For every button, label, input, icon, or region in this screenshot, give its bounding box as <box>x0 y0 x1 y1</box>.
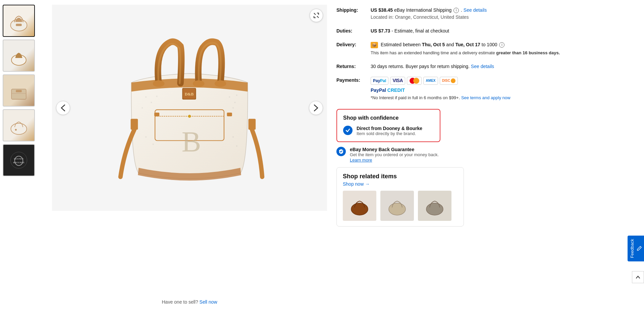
svg-point-29 <box>156 96 157 97</box>
shop-related-title: Shop related items <box>343 173 458 180</box>
svg-point-7 <box>11 123 26 134</box>
delivery-value: 📦 Estimated between Thu, Oct 5 and Tue, … <box>371 41 636 56</box>
related-item-1[interactable] <box>343 191 376 221</box>
feedback-label: Feedback <box>630 239 635 258</box>
svg-text:D&B: D&B <box>185 92 194 97</box>
confidence-item-title: Direct from Dooney & Bourke <box>357 126 422 131</box>
duties-description: - Estimate, final at checkout <box>391 28 449 34</box>
svg-point-34 <box>232 107 234 108</box>
svg-point-19 <box>215 80 226 87</box>
returns-text: 30 days returns. Buyer pays for return s… <box>371 64 470 69</box>
delivery-label: Delivery: <box>336 41 367 47</box>
svg-point-39 <box>351 203 368 215</box>
shop-related-section: Shop related items Shop now → <box>336 167 464 227</box>
delivery-estimated-text: Estimated between <box>381 42 421 47</box>
delivery-date-from: Thu, Oct 5 <box>422 42 445 47</box>
svg-rect-6 <box>16 90 22 92</box>
sell-now-bar: Have one to sell? Sell now <box>52 294 327 310</box>
returns-value: 30 days returns. Buyer pays for return s… <box>371 63 636 70</box>
check-icon <box>343 126 353 135</box>
shield-icon <box>336 147 346 156</box>
shipping-info-icon[interactable]: i <box>453 8 459 13</box>
related-item-3[interactable] <box>418 191 451 221</box>
mastercard-icon <box>407 77 422 85</box>
svg-point-8 <box>15 129 17 131</box>
payments-row: Payments: PayPal VISA <box>336 73 636 105</box>
shipping-amount: US $38.45 <box>371 7 393 13</box>
duties-label: Duties: <box>336 27 367 34</box>
payments-label: Payments: <box>336 77 367 83</box>
money-back-title: eBay Money Back Guarantee <box>350 147 439 152</box>
feedback-edit-icon <box>637 246 642 251</box>
returns-row: Returns: 30 days returns. Buyer pays for… <box>336 60 636 73</box>
shipping-carrier: eBay International Shipping <box>394 7 451 13</box>
main-product-image: D&B B <box>102 21 277 195</box>
shipping-row: Shipping: US $38.45 eBay International S… <box>336 3 636 24</box>
prev-button[interactable] <box>56 101 70 115</box>
delivery-to-text: to 1000 <box>482 42 497 47</box>
svg-point-41 <box>426 203 443 215</box>
shipping-see-details-link[interactable]: See details <box>464 7 487 13</box>
duties-row: Duties: US $7.73 - Estimate, final at ch… <box>336 24 636 38</box>
related-item-2[interactable] <box>380 191 414 221</box>
related-items-row <box>343 191 458 221</box>
svg-text:B: B <box>182 126 201 158</box>
duties-value: US $7.73 - Estimate, final at checkout <box>371 27 636 35</box>
sell-now-text: Have one to sell? <box>162 299 198 305</box>
svg-point-32 <box>234 102 235 103</box>
delivery-and-text: and <box>446 42 455 47</box>
svg-point-27 <box>145 96 147 98</box>
thumbnail-5[interactable]: DOONEY &BOURKE <box>3 144 35 176</box>
product-details: Shipping: US $38.45 eBay International S… <box>327 0 644 310</box>
payments-value: PayPal VISA AMEX DIS <box>371 77 636 101</box>
paypal-credit-badge: PayPal CREDIT <box>371 87 636 94</box>
confidence-title: Shop with confidence <box>343 115 434 121</box>
svg-point-36 <box>153 143 154 145</box>
confidence-item-text: Direct from Dooney & Bourke Item sold di… <box>357 126 422 136</box>
money-back-description: Get the item you ordered or your money b… <box>350 152 439 157</box>
paypal-icon: PayPal <box>371 77 388 85</box>
expand-button[interactable] <box>310 9 323 22</box>
shop-now-link[interactable]: Shop now → <box>343 181 458 187</box>
svg-point-33 <box>236 94 237 96</box>
next-button[interactable] <box>309 101 323 115</box>
svg-rect-15 <box>154 113 159 116</box>
confidence-box: Shop with confidence Direct from Dooney … <box>336 109 440 142</box>
confidence-item-subtitle: Item sold directly by the brand. <box>357 131 422 136</box>
paypal-note: *No Interest if paid in full in 6 months… <box>371 95 636 101</box>
sell-now-link[interactable]: Sell now <box>200 299 217 305</box>
visa-icon: VISA <box>390 77 405 85</box>
svg-text:DOONEY: DOONEY <box>14 158 24 160</box>
money-back-section: eBay Money Back Guarantee Get the item y… <box>336 147 636 163</box>
svg-rect-16 <box>227 113 232 116</box>
svg-point-17 <box>153 80 165 87</box>
svg-point-30 <box>142 107 143 108</box>
delivery-info-icon[interactable]: i <box>499 42 504 48</box>
svg-point-31 <box>229 96 230 98</box>
duties-amount: US $7.73 <box>371 28 390 34</box>
thumbnail-4[interactable] <box>3 109 35 141</box>
feedback-tab[interactable]: Feedback <box>628 236 644 261</box>
svg-point-18 <box>193 80 205 87</box>
thumbnail-1[interactable] <box>3 5 35 37</box>
delivery-note: This item has an extended handling time … <box>371 50 636 56</box>
thumbnail-3[interactable] <box>3 74 35 107</box>
svg-text:&BOURKE: &BOURKE <box>13 161 24 164</box>
svg-point-28 <box>151 102 152 103</box>
paypal-terms-link[interactable]: See terms and apply now <box>461 95 511 100</box>
discover-icon: DISC <box>440 77 458 85</box>
scroll-top-button[interactable] <box>632 271 644 283</box>
amex-icon: AMEX <box>423 77 438 85</box>
svg-point-37 <box>232 136 234 137</box>
svg-rect-2 <box>16 24 22 26</box>
payment-icons-row: PayPal VISA AMEX DIS <box>371 77 636 85</box>
svg-point-40 <box>389 203 406 215</box>
thumbnail-2[interactable] <box>3 40 35 72</box>
thumbnail-list: DOONEY &BOURKE <box>0 0 52 310</box>
returns-label: Returns: <box>336 63 367 69</box>
learn-more-link[interactable]: Learn more <box>350 158 372 163</box>
shipping-location: Located in: Orange, Connecticut, United … <box>371 14 469 20</box>
delivery-row: Delivery: 📦 Estimated between Thu, Oct 5… <box>336 38 636 60</box>
fast-shipping-icon: 📦 <box>371 42 378 48</box>
returns-see-details-link[interactable]: See details <box>471 64 494 69</box>
